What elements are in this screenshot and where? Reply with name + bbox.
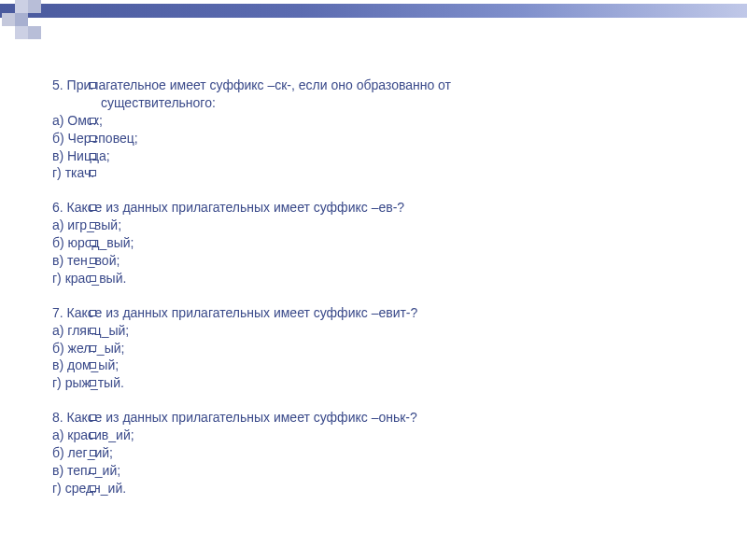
question-body: Прилагательное имеет суффикс –ск-, если … [67,77,451,92]
answer-option: г) ткач. [52,164,710,182]
bullet-icon [90,240,96,246]
question-text: 7. Какое из данных прилагательных имеет … [52,304,710,322]
bullet-icon [90,485,96,492]
question-body: Какое из данных прилагательных имеет суф… [67,305,418,320]
question-number: 8. [52,410,63,425]
bullet-icon [90,362,96,369]
answer-option: б) лег_ий; [52,444,710,462]
bullet-icon [90,328,96,334]
bullet-icon [90,82,96,89]
bullet-icon [90,258,96,264]
answer-option: а) Омск; [52,112,710,130]
answer-option: в) тепл_ий; [52,462,710,480]
bullet-icon [90,170,96,176]
answer-option: в) тен_вой; [52,252,710,270]
bullet-icon [90,118,96,124]
bullet-icon [90,450,96,456]
slide-header-bar [0,4,747,18]
bullet-icon [90,222,96,229]
question-continuation: существительного: [52,94,710,112]
question-body: Какое из данных прилагательных имеет суф… [67,410,417,425]
question-number: 6. [52,200,63,215]
question-number: 5. [52,77,63,92]
bullet-icon [90,380,96,386]
bullet-icon [90,135,96,142]
question-number: 7. [52,305,63,320]
question-text: 8. Какое из данных прилагательных имеет … [52,409,710,427]
answer-option: а) игр_вый; [52,217,710,234]
question-body: Какое из данных прилагательных имеет суф… [67,200,405,215]
bullet-icon [90,468,96,474]
answer-option: в) дом_ый; [52,357,710,374]
answer-option: г) крас_вый. [52,270,710,287]
bullet-icon [90,310,96,316]
answer-option: б) юрод_вый; [52,234,710,252]
bullet-icon [90,275,96,282]
bullet-icon [90,153,96,160]
bullet-icon [90,204,96,211]
question-text: 6. Какое из данных прилагательных имеет … [52,199,710,217]
answer-option: б) Череповец; [52,130,710,147]
bullet-icon [90,345,96,352]
bullet-icon [90,414,96,421]
answer-option: г) средн_ий. [52,480,710,497]
answer-option: в) Ницца; [52,147,710,165]
slide-header-decoration [0,0,56,45]
answer-option: г) рыж_тый. [52,374,710,392]
slide-content: 5. Прилагательное имеет суффикс –ск-, ес… [52,77,710,497]
bullet-icon [90,432,96,439]
answer-option: а) глянц_ый; [52,322,710,340]
answer-option: б) желт_ый; [52,340,710,357]
answer-option: а) красив_ий; [52,427,710,444]
question-text: 5. Прилагательное имеет суффикс –ск-, ес… [52,77,710,94]
